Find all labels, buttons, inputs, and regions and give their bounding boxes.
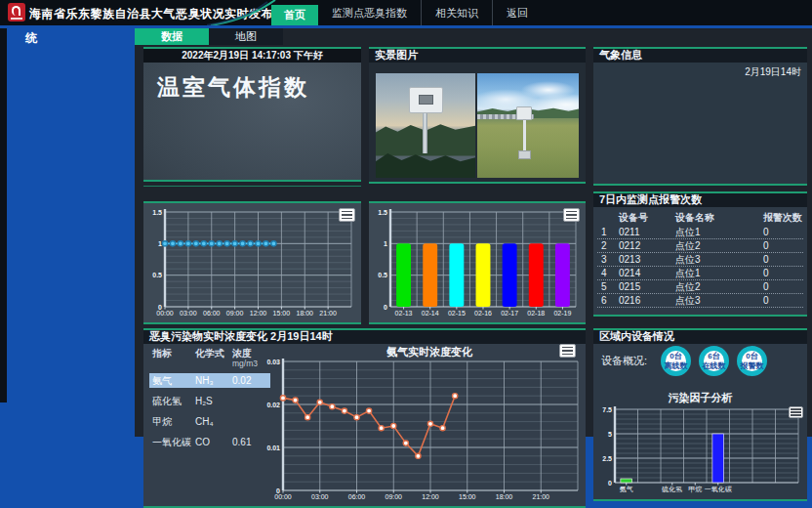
svg-text:15:00: 15:00 bbox=[459, 493, 476, 500]
svg-text:18:00: 18:00 bbox=[296, 310, 313, 317]
tab-map[interactable]: 地图 bbox=[209, 28, 283, 45]
svg-text:18:00: 18:00 bbox=[496, 493, 513, 500]
alarm-count-panel: 7日内监测点报警次数 设备号 设备名称 报警次数 10211点位10 20212… bbox=[593, 191, 807, 317]
svg-text:7.5: 7.5 bbox=[602, 406, 612, 413]
online-count-badge: 6台在线数 bbox=[699, 346, 729, 376]
nav-item-back[interactable]: 返回 bbox=[492, 0, 542, 25]
photo2-monitor-box bbox=[516, 106, 533, 120]
svg-text:09:00: 09:00 bbox=[226, 310, 244, 317]
ammonia-trend-chart: 00.010.020.0300:0003:0006:0009:0012:0015… bbox=[264, 357, 586, 507]
odor-row-ammonia[interactable]: 氨气NH₃0.02 bbox=[149, 373, 270, 388]
svg-text:02-16: 02-16 bbox=[474, 310, 492, 317]
svg-text:1.5: 1.5 bbox=[152, 209, 162, 216]
svg-text:02-14: 02-14 bbox=[422, 310, 439, 317]
odor-pollutants-title: 恶臭污染物实时浓度变化 2月19日14时 bbox=[143, 330, 586, 344]
app-title-line2: 统 bbox=[25, 30, 37, 47]
photo1-monitor-box bbox=[409, 87, 444, 113]
site-photos-panel: 实景图片 bbox=[369, 47, 586, 184]
weather-timestamp: 2月19日14时 bbox=[745, 65, 801, 79]
table-row: 30213点位30 bbox=[597, 253, 803, 267]
device-overview-label: 设备概况: bbox=[601, 354, 647, 368]
svg-text:1: 1 bbox=[384, 240, 387, 247]
datetime-bar: 2022年2月19日 14:17:03 下午好 bbox=[143, 47, 361, 63]
greenhouse-trend-panel: 00.511.500:0003:0006:0009:0012:0015:0018… bbox=[143, 201, 361, 324]
region-devices-title: 区域内设备情况 bbox=[593, 330, 807, 344]
offline-count-badge: 0台离线数 bbox=[661, 346, 691, 376]
svg-text:00:00: 00:00 bbox=[274, 493, 292, 500]
svg-text:0: 0 bbox=[384, 304, 387, 311]
nav-item-knowledge[interactable]: 相关知识 bbox=[421, 0, 492, 25]
nav-item-home[interactable]: 首页 bbox=[271, 5, 318, 25]
svg-text:21:00: 21:00 bbox=[319, 310, 337, 317]
odor-row-ch4[interactable]: 甲烷CH₄ bbox=[149, 414, 270, 429]
svg-text:02-17: 02-17 bbox=[501, 310, 518, 317]
chart-menu-icon[interactable] bbox=[789, 406, 803, 418]
site-photo-2[interactable] bbox=[477, 73, 579, 178]
device-overview-row: 设备概况: 0台离线数 6台在线数 0台报警数 bbox=[601, 346, 801, 376]
table-row: 60216点位30 bbox=[597, 294, 803, 308]
region-devices-panel: 区域内设备情况 设备概况: 0台离线数 6台在线数 0台报警数 污染因子分析 0… bbox=[593, 328, 807, 501]
odor-row-co[interactable]: 一氧化碳CO0.61 bbox=[149, 435, 270, 449]
panel-divider-line bbox=[143, 186, 361, 187]
alarm-table-header: 设备号 设备名称 报警次数 bbox=[597, 211, 803, 224]
svg-text:2.5: 2.5 bbox=[602, 455, 612, 462]
table-row: 50215点位20 bbox=[597, 280, 803, 294]
weather-info-panel: 气象信息 2月19日14时 bbox=[593, 47, 807, 186]
top-header-bar: 海南省乐东黎族自治县大气恶臭状况实时发布系 首页 监测点恶臭指数 相关知识 返回 bbox=[0, 0, 812, 25]
svg-text:21:00: 21:00 bbox=[532, 493, 549, 500]
header-swoosh-decoration bbox=[207, 0, 277, 25]
photo2-clouds bbox=[477, 73, 579, 178]
svg-text:1.5: 1.5 bbox=[378, 209, 387, 216]
svg-text:0.5: 0.5 bbox=[378, 272, 387, 278]
site-photos-title: 实景图片 bbox=[369, 49, 586, 63]
alarm-count-badge: 0台报警数 bbox=[737, 346, 767, 376]
daily-odor-level-chart: 00.511.502-1302-1402-1502-1602-1702-1802… bbox=[369, 203, 586, 322]
svg-text:12:00: 12:00 bbox=[250, 310, 267, 317]
pollution-factor-chart: 02.557.5氨气硫化氢甲烷一氧化碳 bbox=[597, 402, 803, 497]
alarm-table: 设备号 设备名称 报警次数 10211点位10 20212点位20 30213点… bbox=[597, 211, 803, 308]
left-edge-strip bbox=[0, 28, 7, 402]
dashboard-root: 海南省乐东黎族自治县大气恶臭状况实时发布系 首页 监测点恶臭指数 相关知识 返回… bbox=[0, 0, 812, 508]
svg-text:0.01: 0.01 bbox=[266, 444, 280, 451]
chart-menu-icon[interactable] bbox=[563, 208, 580, 222]
svg-text:0: 0 bbox=[608, 480, 612, 487]
svg-text:03:00: 03:00 bbox=[180, 310, 197, 317]
photo1-equipment-pole bbox=[423, 112, 427, 154]
odor-table: 指标 化学式 浓度mg/m3 氨气NH₃0.02 硫化氢H₂S 甲烷CH₄ 一氧… bbox=[149, 346, 270, 449]
svg-text:氨气: 氨气 bbox=[620, 486, 633, 492]
nav-item-odor-index[interactable]: 监测点恶臭指数 bbox=[318, 0, 421, 25]
photo2-equipment-base bbox=[518, 150, 532, 159]
alarm-count-title: 7日内监测点报警次数 bbox=[593, 193, 807, 207]
svg-text:02-15: 02-15 bbox=[448, 310, 466, 317]
table-row: 40214点位10 bbox=[597, 267, 803, 280]
svg-text:0.03: 0.03 bbox=[266, 359, 280, 365]
svg-text:09:00: 09:00 bbox=[385, 493, 402, 500]
greenhouse-index-headline: 温室气体指数 bbox=[157, 72, 309, 103]
tab-data[interactable]: 数据 bbox=[135, 28, 209, 45]
svg-text:0.5: 0.5 bbox=[152, 272, 162, 278]
svg-text:02-18: 02-18 bbox=[527, 310, 545, 317]
svg-text:02-13: 02-13 bbox=[395, 310, 413, 317]
table-row: 10211点位10 bbox=[597, 226, 803, 239]
odor-table-header: 指标 化学式 浓度mg/m3 bbox=[149, 346, 270, 371]
chart-menu-icon[interactable] bbox=[339, 208, 355, 222]
photo2-equipment-pole bbox=[523, 116, 526, 154]
svg-text:02-19: 02-19 bbox=[553, 310, 571, 317]
svg-text:1: 1 bbox=[158, 240, 162, 247]
svg-text:甲烷: 甲烷 bbox=[688, 486, 702, 493]
svg-text:06:00: 06:00 bbox=[203, 310, 221, 317]
svg-text:12:00: 12:00 bbox=[422, 493, 439, 500]
weather-info-title: 气象信息 bbox=[593, 49, 807, 63]
svg-text:03:00: 03:00 bbox=[311, 493, 329, 500]
app-logo-icon bbox=[8, 3, 25, 21]
greenhouse-index-panel: 温室气体指数 bbox=[143, 63, 361, 182]
svg-text:硫化氢: 硫化氢 bbox=[661, 486, 682, 493]
chart-menu-icon[interactable] bbox=[559, 344, 576, 358]
svg-text:0.02: 0.02 bbox=[266, 402, 280, 408]
greenhouse-trend-chart: 00.511.500:0003:0006:0009:0012:0015:0018… bbox=[143, 203, 361, 322]
svg-text:06:00: 06:00 bbox=[348, 493, 366, 500]
odor-row-h2s[interactable]: 硫化氢H₂S bbox=[149, 394, 270, 408]
site-photo-1[interactable] bbox=[376, 73, 475, 178]
svg-text:15:00: 15:00 bbox=[273, 310, 291, 317]
daily-odor-level-panel: 00.511.502-1302-1402-1502-1602-1702-1802… bbox=[369, 201, 586, 324]
